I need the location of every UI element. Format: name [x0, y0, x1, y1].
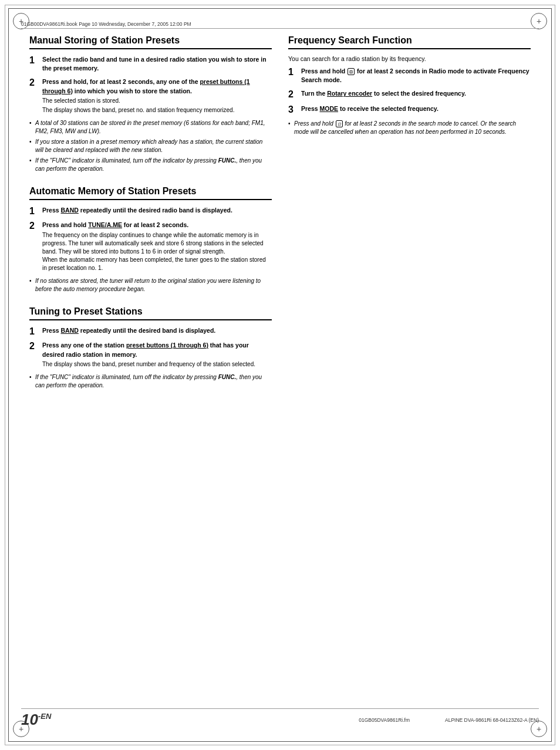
header-bar: 01GB00DVA9861Ri.book Page 10 Wednesday, … — [21, 21, 539, 29]
auto-step-1-content: Press BAND repeatedly until the desired … — [42, 206, 232, 215]
freq-step-number-2: 2 — [288, 89, 298, 100]
tuning-bullet-1: If the "FUNC" indicator is illuminated, … — [29, 373, 272, 390]
header-text: 01GB00DVA9861Ri.book Page 10 Wednesday, … — [21, 21, 191, 27]
section-manual-storing: Manual Storing of Station Presets 1 Sele… — [29, 35, 272, 175]
manual-step-1: 1 Select the radio band and tune in a de… — [29, 55, 272, 73]
freq-step-1-text: Press and hold ⊡ for at least 2 seconds … — [301, 67, 529, 83]
freq-bullets: Press and hold ⊡ for at least 2 seconds … — [288, 120, 531, 136]
tuning-step-1: 1 Press BAND repeatedly until the desire… — [29, 326, 272, 337]
auto-step-number-1: 1 — [29, 206, 39, 217]
manual-steps-list: 1 Select the radio band and tune in a de… — [29, 55, 272, 114]
manual-bullets: A total of 30 stations can be stored in … — [29, 119, 272, 173]
tuning-step-1-text: Press BAND repeatedly until the desired … — [42, 327, 215, 334]
manual-step-2-text: Press and hold, for at least 2 seconds, … — [42, 78, 250, 94]
step-number-2: 2 — [29, 77, 39, 88]
freq-steps-list: 1 Press and hold ⊡ for at least 2 second… — [288, 67, 531, 115]
auto-bullet-1: If no stations are stored, the tuner wil… — [29, 277, 272, 293]
tuning-step-2-content: Press any one of the station preset butt… — [42, 341, 272, 368]
button-icon-1: ⊡ — [348, 68, 355, 75]
tuning-step-2: 2 Press any one of the station preset bu… — [29, 341, 272, 368]
manual-step-1-text: Select the radio band and tune in a desi… — [42, 56, 266, 72]
page-number: 10-EN — [21, 711, 51, 729]
manual-step-2-sub1: The selected station is stored. — [42, 97, 272, 105]
tuning-steps-list: 1 Press BAND repeatedly until the desire… — [29, 326, 272, 369]
section-tuning-preset: Tuning to Preset Stations 1 Press BAND r… — [29, 306, 272, 392]
step-number-1: 1 — [29, 55, 39, 66]
auto-step-1: 1 Press BAND repeatedly until the desire… — [29, 206, 272, 217]
section-auto-memory: Automatic Memory of Station Presets 1 Pr… — [29, 186, 272, 296]
tuning-step-1-content: Press BAND repeatedly until the desired … — [42, 326, 215, 335]
footer-filename: 01GB05DVA9861Ri.fm — [359, 717, 410, 723]
manual-step-2-content: Press and hold, for at least 2 seconds, … — [42, 77, 272, 114]
freq-step-2: 2 Turn the Rotary encoder to select the … — [288, 89, 531, 100]
auto-step-2: 2 Press and hold TUNE/A.ME for at least … — [29, 221, 272, 272]
freq-step-1: 1 Press and hold ⊡ for at least 2 second… — [288, 67, 531, 85]
freq-step-number-1: 1 — [288, 67, 298, 77]
manual-step-1-content: Select the radio band and tune in a desi… — [42, 55, 272, 73]
auto-steps-list: 1 Press BAND repeatedly until the desire… — [29, 206, 272, 272]
section-auto-memory-title: Automatic Memory of Station Presets — [29, 186, 272, 200]
tuning-step-number-1: 1 — [29, 326, 39, 337]
section-freq-search-title: Frequency Search Function — [288, 35, 531, 49]
freq-step-3-text: Press MODE to receive the selected frequ… — [301, 105, 438, 112]
freq-step-number-3: 3 — [288, 104, 298, 115]
manual-step-2: 2 Press and hold, for at least 2 seconds… — [29, 77, 272, 114]
manual-bullet-1: A total of 30 stations can be stored in … — [29, 119, 272, 136]
section-tuning-preset-title: Tuning to Preset Stations — [29, 306, 272, 320]
tuning-bullets: If the "FUNC" indicator is illuminated, … — [29, 373, 272, 390]
section-freq-search: Frequency Search Function You can search… — [288, 35, 531, 138]
manual-bullet-2: If you store a station in a preset memor… — [29, 138, 272, 154]
freq-step-3: 3 Press MODE to receive the selected fre… — [288, 104, 531, 115]
freq-step-2-text: Turn the Rotary encoder to select the de… — [301, 90, 466, 97]
freq-step-3-content: Press MODE to receive the selected frequ… — [301, 104, 438, 113]
manual-bullet-3: If the "FUNC" indicator is illuminated, … — [29, 157, 272, 173]
auto-step-number-2: 2 — [29, 221, 39, 231]
freq-step-2-content: Turn the Rotary encoder to select the de… — [301, 89, 466, 98]
auto-step-1-text: Press BAND repeatedly until the desired … — [42, 207, 232, 214]
tuning-step-2-sub: The display shows the band, preset numbe… — [42, 360, 272, 369]
auto-step-2-text: Press and hold TUNE/A.ME for at least 2 … — [42, 221, 188, 228]
freq-step-1-content: Press and hold ⊡ for at least 2 seconds … — [301, 67, 531, 85]
tuning-step-2-text: Press any one of the station preset butt… — [42, 342, 249, 357]
right-column: Frequency Search Function You can search… — [288, 35, 531, 703]
content-area: Manual Storing of Station Presets 1 Sele… — [29, 35, 531, 703]
footer-bar: 10-EN 01GB05DVA9861Ri.fm ALPINE DVA-9861… — [21, 708, 539, 729]
auto-step-2-sub: The frequency on the display continues t… — [42, 231, 272, 272]
auto-step-2-content: Press and hold TUNE/A.ME for at least 2 … — [42, 221, 272, 272]
section-manual-storing-title: Manual Storing of Station Presets — [29, 35, 272, 49]
footer-right: ALPINE DVA-9861Ri 68-04123Z62-A (EN) — [445, 717, 539, 723]
button-icon-2: ⊡ — [336, 120, 343, 127]
auto-bullets: If no stations are stored, the tuner wil… — [29, 277, 272, 293]
left-column: Manual Storing of Station Presets 1 Sele… — [29, 35, 272, 703]
freq-search-intro: You can search for a radio station by it… — [288, 55, 531, 62]
freq-bullet-1: Press and hold ⊡ for at least 2 seconds … — [288, 120, 531, 136]
manual-step-2-sub2: The display shows the band, preset no. a… — [42, 106, 272, 114]
tuning-step-number-2: 2 — [29, 341, 39, 352]
